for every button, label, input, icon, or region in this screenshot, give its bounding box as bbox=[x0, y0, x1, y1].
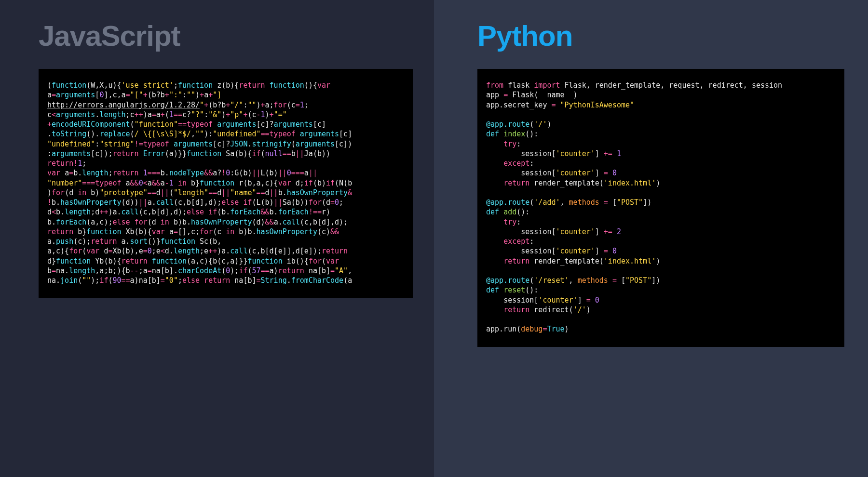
javascript-heading: JavaScript bbox=[39, 19, 415, 53]
python-heading: Python bbox=[477, 19, 849, 53]
right-panel: Python from flask import Flask, render_t… bbox=[434, 0, 868, 477]
slide-stage: JavaScript (function(W,X,u){'use strict'… bbox=[0, 0, 868, 477]
javascript-code-block: (function(W,X,u){'use strict';function z… bbox=[39, 69, 413, 298]
python-code-block: from flask import Flask, render_template… bbox=[477, 69, 844, 347]
left-panel: JavaScript (function(W,X,u){'use strict'… bbox=[0, 0, 434, 477]
